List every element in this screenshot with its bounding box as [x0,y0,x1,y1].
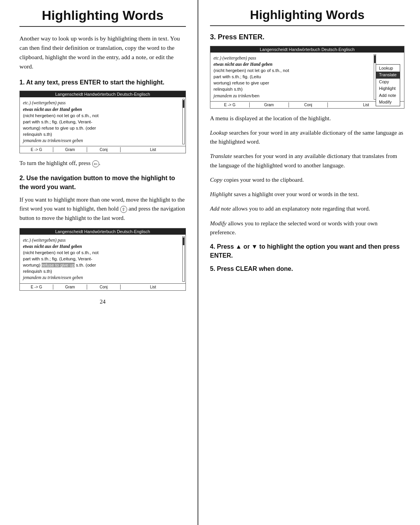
step2-heading: 2. Use the navigation button to move the… [19,174,186,191]
screen1-line3: (nicht hergeben) not let go of s.th., no… [23,112,182,119]
screen2-line3: (nicht hergeben) not let go of s.th., no… [23,249,182,256]
screen2-btn-list: List [121,284,186,290]
page-number: 24 [19,298,186,305]
screen3-line1: etc.) (weitergeben) pass [214,55,373,61]
menu-modify: Modify [376,99,400,105]
screen3-line2: etwas nicht aus der Hand geben [214,61,373,67]
menu-translate: Translate [376,72,400,78]
step4-label: Press ▲ or ▼ to highlight the option you… [210,243,400,258]
screen1: Langenscheidt Handwörterbuch Deutsch-Eng… [19,91,186,153]
highlight-desc-text: saves a highlight over your word or word… [234,191,359,197]
screen1-line6: relinquish s.th) [23,131,182,137]
highlight-term: Highlight [210,191,233,197]
step2-label: Use the navigation button to move the hi… [19,175,175,190]
screen2-line4: part with s.th.; fig. (Leitung, Verant- [23,256,182,262]
step4-number: 4. [210,243,215,250]
menu-lookup: Lookup [376,65,400,72]
screen2: Langenscheidt Handwörterbuch Deutsch-Eng… [19,228,186,291]
screen3-footer: E -> G Gram Conj List [210,101,404,108]
screen3-line4: part with s.th.; fig. (Leitu [214,74,373,80]
right-column: Highlighting Words 3. Press ENTER. Lange… [198,0,420,525]
copy-term: Copy [210,177,222,183]
left-column: Highlighting Words Another way to look u… [0,0,198,525]
back-icon: ⇦ [92,160,99,167]
screen3-body: etc.) (weitergeben) pass etwas nicht aus… [210,53,404,101]
screen1-line1: etc.) (weitergeben) pass [23,100,182,106]
highlight-description: Highlight saves a highlight over your wo… [210,190,404,199]
translate-description: Translate searches for your word in any … [210,152,404,170]
screen1-line4: part with s.th.; fig. (Leitung, Verant- [23,119,182,125]
modify-description: Modify allows you to replace the selecte… [210,219,404,237]
right-title-divider [210,25,404,26]
step3-number: 3. [210,33,216,41]
left-title-divider [19,26,186,27]
menu-copy: Copy [376,79,400,85]
screen1-btn-eg: E -> G [20,147,53,152]
copy-description: Copy copies your word to the clipboard. [210,176,404,184]
step2-body: If you want to highlight more than one w… [19,195,186,223]
screen2-btn-conj: Conj [87,284,121,290]
screen1-line7: jemandem zu trinken/essen geben [23,137,182,144]
screen1-line2: etwas nicht aus der Hand geben [23,106,182,112]
screen1-title: Langenscheidt Handwörterbuch Deutsch-Eng… [20,91,186,97]
step5-label: Press CLEAR when done. [217,265,293,272]
modify-term: Modify [210,220,227,227]
screen2-line2: etwas nicht aus der Hand geben [23,243,182,249]
screen2-btn-gram: Gram [53,284,87,290]
screen3-title: Langenscheidt Handwörterbuch Deutsch-Eng… [210,46,404,53]
menu-display-text: A menu is displayed at the location of t… [210,114,404,123]
screen3-line6: relinquish s.th) [214,86,373,92]
right-title: Highlighting Words [210,8,404,22]
translate-term: Translate [210,153,232,159]
screen2-title: Langenscheidt Handwörterbuch Deutsch-Eng… [20,228,186,235]
screen2-scrollbar [182,236,185,282]
shift-icon: ⇧ [120,206,127,213]
lookup-desc-text: searches for your word in any available … [210,130,403,145]
screen1-btn-gram: Gram [53,147,87,152]
context-menu: Lookup Translate Copy Highlight Add note… [376,64,400,106]
screen1-btn-list: List [121,147,186,152]
left-title: Highlighting Words [19,8,186,23]
step3-label: Press ENTER. [218,33,264,41]
step1-number: 1. [19,79,24,86]
step1-label: At any text, press ENTER to start the hi… [26,79,164,86]
screen1-body: etc.) (weitergeben) pass etwas nicht aus… [20,97,186,146]
modify-desc-text: allows you to replace the selected word … [210,220,378,235]
screen3-line5: wortung) refuse to give uper [214,80,373,86]
screen2-btn-eg: E -> G [20,284,53,290]
turn-off-text: To turn the highlight off, press ⇦. [19,159,186,168]
screen1-scrollbar [182,99,185,144]
screen1-btn-conj: Conj [87,147,121,152]
screen2-line1: etc.) (weitergeben) pass [23,237,182,243]
addnote-term: Add note [210,205,231,212]
screen2-line7: jemandem zu trinken/essen geben [23,274,182,281]
screen3-line7: jemandem zu trinken/ben [214,93,373,99]
screen3-btn-gram: Gram [250,102,289,107]
translate-desc-text: searches for your word in any available … [210,153,397,168]
screen2-footer: E -> G Gram Conj List [20,283,186,290]
step4-heading: 4. Press ▲ or ▼ to highlight the option … [210,242,404,260]
screen3-line3: (nicht hergeben) not let go of s.th., no… [214,67,373,74]
intro-text: Another way to look up words is by highl… [19,34,186,71]
step3-heading: 3. Press ENTER. [210,33,404,41]
addnote-desc-text: allows you to add an explanatory note re… [233,205,370,212]
lookup-term: Lookup [210,130,228,136]
step2-number: 2. [19,175,24,181]
screen2-line5: wortung) refuse to give up s.th. (oder [23,262,182,268]
screen1-line5: wortung) refuse to give up s.th. (oder [23,125,182,131]
screen2-body: etc.) (weitergeben) pass etwas nicht aus… [20,235,186,283]
highlighted-text: refuse to give up [42,263,75,267]
step5-heading: 5. Press CLEAR when done. [210,265,404,272]
step1-heading: 1. At any text, press ENTER to start the… [19,78,186,87]
screen3: Langenscheidt Handwörterbuch Deutsch-Eng… [210,46,404,109]
lookup-description: Lookup searches for your word in any ava… [210,128,404,147]
addnote-description: Add note allows you to add an explanator… [210,204,404,213]
screen2-line6: relinquish s.th) [23,268,182,274]
menu-addnote: Add note [376,92,400,99]
menu-highlight: Highlight [376,85,400,92]
screen1-footer: E -> G Gram Conj List [20,146,186,153]
step5-number: 5. [210,265,215,272]
screen3-btn-eg: E -> G [210,102,250,107]
copy-desc-text: copies your word to the clipboard. [224,177,304,183]
screen3-btn-conj: Conj [289,102,328,107]
